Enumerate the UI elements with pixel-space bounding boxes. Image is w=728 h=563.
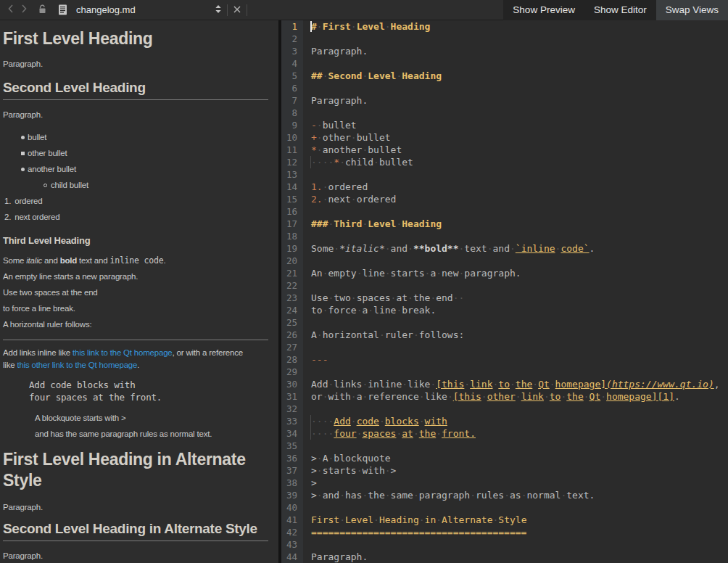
lock-toggle[interactable] <box>38 4 48 17</box>
tab-filename[interactable]: changelog.md <box>76 4 215 15</box>
code-text: ····four·spaces·at·the·front. <box>303 427 476 440</box>
line-number: 43 <box>281 538 303 551</box>
show-editor-button[interactable]: Show Editor <box>584 0 656 20</box>
editor-line[interactable]: 9-·bullet <box>281 119 728 131</box>
line-number: 19 <box>281 242 303 255</box>
code-text: > <box>303 477 317 489</box>
editor-line[interactable]: 34····four·spaces·at·the·front. <box>281 427 728 440</box>
editor-line[interactable]: 38> <box>281 477 728 489</box>
editor-line[interactable]: 32 <box>281 403 728 415</box>
ordinal: 2. <box>4 213 11 221</box>
horizontal-rule <box>3 340 268 340</box>
editor-line[interactable]: 25 <box>281 316 728 329</box>
bullet-text: another bullet <box>28 165 76 173</box>
line-number: 33 <box>281 415 303 427</box>
editor-line[interactable]: 39>·and·has·the·same·paragraph·rules·as·… <box>281 489 728 501</box>
editor-line[interactable]: 16 <box>281 205 728 218</box>
line-number: 6 <box>281 82 303 94</box>
code-text: ····Add·code·blocks·with <box>303 415 447 427</box>
preview-paragraph: An empty line starts a new paragraph. <box>3 271 268 283</box>
editor-line[interactable]: 5##·Second·Level·Heading <box>281 70 728 82</box>
editor-line[interactable]: 23Use·two·spaces·at·the·end·· <box>281 292 728 304</box>
back-button[interactable] <box>7 4 14 17</box>
editor-line[interactable]: 7Paragraph. <box>281 94 728 107</box>
editor-line[interactable]: 41First·Level·Heading·in·Alternate·Style <box>281 514 728 526</box>
document-dropdown-button[interactable] <box>215 4 222 17</box>
markdown-editor-window: changelog.md Show Preview Show Editor Sw… <box>0 0 728 563</box>
editor-line[interactable]: 4 <box>281 57 728 70</box>
close-icon <box>233 4 241 16</box>
code-text <box>303 57 311 70</box>
ordinal: 1. <box>4 197 11 205</box>
editor-line[interactable]: 37>·starts·with·> <box>281 464 728 477</box>
close-tab-button[interactable] <box>233 4 241 17</box>
preview-bullet-list: bullet other bullet another bullet child… <box>3 131 268 192</box>
preview-paragraph: Paragraph. <box>3 550 268 562</box>
editor-line[interactable]: 26A·horizontal·ruler·follows: <box>281 329 728 341</box>
editor-line[interactable]: 29 <box>281 366 728 378</box>
editor-line[interactable]: 33····Add·code·blocks·with <box>281 415 728 427</box>
code-text: Paragraph. <box>303 94 368 107</box>
list-item: 2.next ordered <box>3 210 268 223</box>
editor-line[interactable]: 20 <box>281 255 728 267</box>
qt-homepage-link[interactable]: this link to the Qt homepage <box>73 348 173 357</box>
line-number: 25 <box>281 316 303 329</box>
line-number: 15 <box>281 193 303 205</box>
editor-line[interactable]: 28--- <box>281 353 728 366</box>
line-number: 26 <box>281 329 303 341</box>
text: , or with a reference <box>173 348 243 357</box>
editor-line[interactable]: 19Some·*italic*·and·**bold**·text·and·`i… <box>281 242 728 255</box>
text: . <box>163 256 165 265</box>
editor-line[interactable]: 1#·First·Level·Heading <box>281 20 728 33</box>
line-number: 29 <box>281 366 303 378</box>
editor-line[interactable]: 30Add·links·inline·like·[this·link·to·th… <box>281 378 728 390</box>
document-tab[interactable]: changelog.md <box>0 0 252 20</box>
code-text <box>303 538 311 551</box>
tab-bar: changelog.md Show Preview Show Editor Sw… <box>0 0 728 20</box>
editor-line[interactable]: 3Paragraph. <box>281 45 728 57</box>
editor-line[interactable]: 22 <box>281 279 728 292</box>
qt-homepage-reference-link[interactable]: this other link to the Qt homepage <box>17 361 137 369</box>
forward-button[interactable] <box>21 4 28 17</box>
code-text <box>303 82 311 94</box>
editor-line[interactable]: 35 <box>281 440 728 452</box>
editor-line[interactable]: 6 <box>281 82 728 94</box>
editor-line[interactable]: 40 <box>281 501 728 514</box>
line-number: 1 <box>281 20 303 33</box>
text: like <box>3 361 17 369</box>
editor-line[interactable]: 42====================================== <box>281 526 728 538</box>
editor-line[interactable]: 141.·ordered <box>281 181 728 193</box>
editor-line[interactable]: 18 <box>281 230 728 242</box>
code-text <box>303 107 311 119</box>
editor-line[interactable]: 24to·force·a·line·break. <box>281 304 728 316</box>
editor-line[interactable]: 43 <box>281 538 728 551</box>
code-text: Paragraph. <box>303 45 368 57</box>
editor-line[interactable]: 10+·other·bullet <box>281 131 728 144</box>
editor-line[interactable]: 17###·Third·Level·Heading <box>281 218 728 230</box>
code-text <box>303 168 311 181</box>
editor-line[interactable]: 13 <box>281 168 728 181</box>
swap-views-button[interactable]: Swap Views <box>656 0 728 20</box>
editor-line[interactable]: 12····*·child·bullet <box>281 156 728 168</box>
line-number: 23 <box>281 292 303 304</box>
code-text <box>303 341 311 353</box>
editor-line[interactable]: 8 <box>281 107 728 119</box>
line-number: 32 <box>281 403 303 415</box>
show-preview-button[interactable]: Show Preview <box>503 0 584 20</box>
code-text <box>303 403 311 415</box>
line-number: 22 <box>281 279 303 292</box>
editor-line[interactable]: 152.·next·ordered <box>281 193 728 205</box>
editor-line[interactable]: 36>·A·blockquote <box>281 452 728 464</box>
line-number: 30 <box>281 378 303 390</box>
preview-code-line: four spaces at the front. <box>29 391 268 403</box>
editor-line[interactable]: 31or·with·a·reference·like·[this·other·l… <box>281 390 728 403</box>
editor-line[interactable]: 21An·empty·line·starts·a·new·paragraph. <box>281 267 728 279</box>
line-number: 12 <box>281 156 303 168</box>
editor-line[interactable]: 44Paragraph. <box>281 551 728 563</box>
markdown-editor-pane[interactable]: 1#·First·Level·Heading23Paragraph.45##·S… <box>281 20 728 563</box>
sort-arrows-icon <box>215 4 222 16</box>
editor-line[interactable]: 2 <box>281 33 728 45</box>
editor-line[interactable]: 27 <box>281 341 728 353</box>
preview-h2: Second Level Heading <box>3 80 268 100</box>
editor-line[interactable]: 11*·another·bullet <box>281 144 728 156</box>
